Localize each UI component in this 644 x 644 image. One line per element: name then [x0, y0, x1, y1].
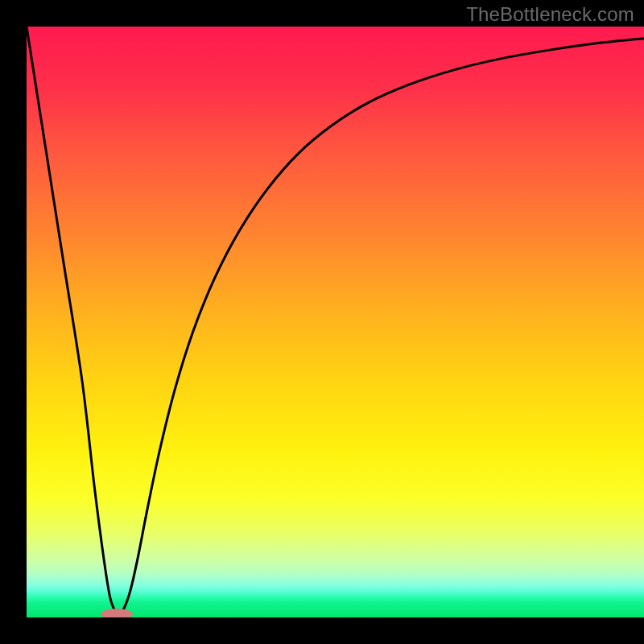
- plot-background: [27, 27, 644, 617]
- watermark-text: TheBottleneck.com: [466, 3, 634, 26]
- chart-frame: TheBottleneck.com: [0, 0, 644, 644]
- bottleneck-plot: [0, 0, 644, 644]
- plot-border-bottom: [0, 617, 644, 644]
- plot-border-left: [0, 0, 27, 644]
